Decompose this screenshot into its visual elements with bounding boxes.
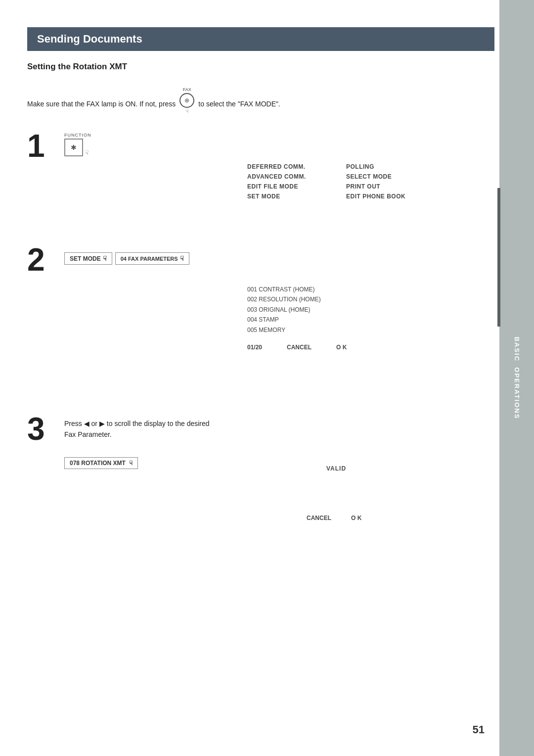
menu-item-deferred: DEFERRED COMM. xyxy=(247,163,336,170)
ok-button-2[interactable]: O K xyxy=(351,515,361,521)
menu-item-printout: PRINT OUT xyxy=(346,183,425,190)
step3-press: Press xyxy=(64,420,82,427)
menu-item-select: SELECT MODE xyxy=(346,173,425,180)
menu-item-polling: POLLING xyxy=(346,163,425,170)
list-display: 001 CONTRAST (HOME) 002 RESOLUTION (HOME… xyxy=(247,284,321,335)
function-button[interactable]: ✱ xyxy=(64,139,83,156)
list-item-1: 001 CONTRAST (HOME) xyxy=(247,284,321,294)
step3-after: to scroll the display to the desired xyxy=(107,420,210,427)
step3-line2: Fax Parameter. xyxy=(64,430,112,438)
page-title: Sending Documents xyxy=(37,33,142,46)
menu-item-advanced: ADVANCED COMM. xyxy=(247,173,336,180)
rotation-button[interactable]: 078 ROTATION XMT ☟ xyxy=(64,457,138,469)
step3-or: or xyxy=(91,420,97,427)
cancel-button-2[interactable]: CANCEL xyxy=(307,515,331,521)
fax-params-button[interactable]: 04 FAX PARAMETERS ☟ xyxy=(115,252,189,265)
section-subtitle: Setting the Rotation XMT xyxy=(27,62,127,72)
fax-circle: ⊕ xyxy=(179,93,194,108)
function-label: FUNCTION xyxy=(64,133,91,138)
list-item-5: 005 MEMORY xyxy=(247,325,321,335)
step2-buttons: SET MODE ☟ 04 FAX PARAMETERS ☟ xyxy=(64,252,189,265)
fax-small-label: FAX xyxy=(183,87,191,92)
page-number: 51 xyxy=(473,723,485,736)
ok-button-1[interactable]: O K xyxy=(336,344,347,351)
function-area: FUNCTION ✱ ☟ xyxy=(64,133,91,156)
menu-item-setmode: SET MODE xyxy=(247,193,336,200)
pagination-row: 01/20 CANCEL O K xyxy=(247,344,347,351)
valid-label: VALID xyxy=(326,465,346,472)
left-arrow-icon: ◀ xyxy=(84,418,89,429)
sidebar-accent xyxy=(497,188,500,327)
list-item-2: 002 RESOLUTION (HOME) xyxy=(247,294,321,304)
menu-item-editfile: EDIT FILE MODE xyxy=(247,183,336,190)
sidebar-label: BASIC OPERATIONS xyxy=(513,337,521,420)
cursor-hand-3: ☟ xyxy=(180,255,184,262)
cancel-button-1[interactable]: CANCEL xyxy=(287,344,312,351)
intro-after: to select the "FAX MODE". xyxy=(198,100,280,108)
header-bar: Sending Documents xyxy=(27,27,494,51)
cursor-hand-2: ☟ xyxy=(103,255,107,262)
step2-number: 2 xyxy=(27,241,45,278)
set-mode-button[interactable]: SET MODE ☟ xyxy=(64,252,112,265)
cancel-ok-row-2: CANCEL O K xyxy=(307,515,361,521)
sidebar-tab: BASIC OPERATIONS xyxy=(499,0,534,756)
pagination-count: 01/20 xyxy=(247,344,262,351)
intro-before: Make sure that the FAX lamp is ON. If no… xyxy=(27,100,176,108)
intro-text: Make sure that the FAX lamp is ON. If no… xyxy=(27,93,280,114)
list-item-4: 004 STAMP xyxy=(247,315,321,325)
step1-number: 1 xyxy=(27,128,45,164)
fax-button-icon: FAX ⊕ ☟ xyxy=(179,93,194,114)
step3-number: 3 xyxy=(27,411,45,447)
step3-instruction: Press ◀ or ▶ to scroll the display to th… xyxy=(64,418,210,440)
fax-hand-icon: ☟ xyxy=(185,108,189,114)
menu-item-editphone: EDIT PHONE BOOK xyxy=(346,193,425,200)
list-item-3: 003 ORIGINAL (HOME) xyxy=(247,305,321,315)
menu-display: DEFERRED COMM. POLLING ADVANCED COMM. SE… xyxy=(247,163,425,200)
cursor-hand-4: ☟ xyxy=(129,460,133,467)
right-arrow-icon: ▶ xyxy=(99,418,105,429)
cursor-hand-1: ☟ xyxy=(85,149,89,156)
